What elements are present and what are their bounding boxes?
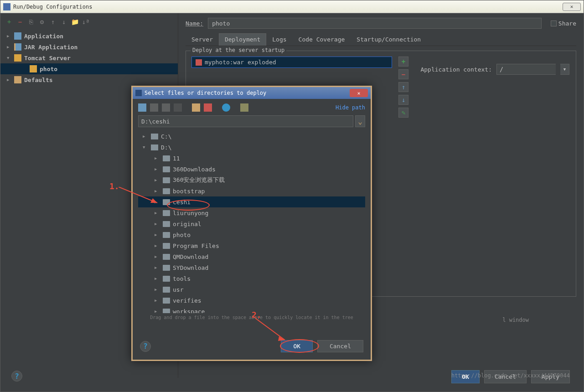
sort-icon[interactable]: ↓ª [82,18,90,26]
file-item[interactable]: ▶liurunyong [138,207,365,218]
help-button[interactable]: ? [11,371,22,382]
file-item[interactable]: ▶QMDownload [138,251,365,262]
tab-deployment[interactable]: Deployment [219,33,266,46]
down-artifact-button[interactable]: ↓ [398,95,408,105]
app-context-row: Application context: ▼ [420,64,569,75]
show-hidden-icon[interactable] [240,103,248,112]
file-item[interactable]: ▶original [138,218,365,229]
file-item[interactable]: ▼D:\ [138,142,365,153]
name-input[interactable] [208,18,542,29]
app-icon [14,32,21,40]
folder-icon [163,177,170,183]
dialog-ok-button[interactable]: OK [281,340,313,352]
file-item[interactable]: ▶ceshi [138,196,365,207]
down-icon[interactable]: ↓ [60,18,68,26]
expand-icon[interactable]: ▶ [7,34,12,38]
expand-icon[interactable]: ▶ [155,189,160,193]
dialog-cancel-button[interactable]: Cancel [317,340,363,352]
add-config-icon[interactable]: ＋ [5,18,13,26]
up-icon[interactable]: ↑ [49,18,57,26]
appctx-input[interactable] [496,64,556,75]
appctx-dropdown-icon[interactable]: ▼ [560,64,569,75]
expand-icon[interactable]: ▶ [155,200,160,204]
tab-startup-connection[interactable]: Startup/Connection [351,33,427,46]
file-item[interactable]: ▶360Downloads [138,164,365,175]
tree-item-tomcat-server[interactable]: ▼Tomcat Server [0,52,178,63]
annotation-step2: 2. [252,310,262,320]
file-label: 11 [173,155,180,162]
expand-icon[interactable]: ▶ [155,276,160,281]
folder-icon [163,232,170,238]
file-item[interactable]: ▶11 [138,153,365,164]
tab-server[interactable]: Server [186,33,219,46]
expand-icon[interactable]: ▼ [143,145,148,150]
appctx-label: Application context: [420,66,492,73]
expand-icon[interactable]: ▶ [155,156,160,160]
home-icon[interactable] [138,103,146,112]
file-label: workspace [173,308,205,314]
expand-icon[interactable]: ▶ [155,211,160,215]
artifact-label: myphoto:war exploded [205,59,276,66]
add-artifact-button[interactable]: + [398,57,408,67]
expand-icon[interactable]: ▶ [155,265,160,270]
expand-icon[interactable]: ▶ [155,254,160,259]
file-label: tools [173,275,191,282]
file-item[interactable]: ▶360安全浏览器下载 [138,175,365,186]
expand-icon[interactable]: ▶ [155,178,160,182]
file-item[interactable]: ▶photo [138,229,365,240]
remove-config-icon[interactable]: − [16,18,24,26]
expand-icon[interactable]: ▶ [155,287,160,292]
tree-item-defaults[interactable]: ▶Defaults [0,74,178,85]
expand-icon[interactable]: ▶ [7,77,12,82]
hide-path-link[interactable]: Hide path [336,104,365,111]
tab-code-coverage[interactable]: Code Coverage [293,33,351,46]
delete-icon[interactable] [204,103,212,112]
new-folder-icon[interactable] [192,103,200,112]
file-item[interactable]: ▶verifies [138,295,365,306]
file-item[interactable]: ▶C:\ [138,131,365,142]
file-item[interactable]: ▶tools [138,273,365,284]
file-item[interactable]: ▶bootstrap [138,186,365,196]
folder-icon[interactable]: 📁 [71,18,79,26]
artifact-item[interactable]: myphoto:war exploded [191,57,392,68]
file-item[interactable]: ▶Program Files [138,240,365,251]
expand-icon[interactable]: ▶ [7,45,12,49]
settings-icon[interactable]: ⚙ [38,18,46,26]
edit-artifact-button[interactable]: ✎ [398,108,408,118]
up-artifact-button[interactable]: ↑ [398,82,408,92]
expand-icon[interactable]: ▼ [7,56,12,60]
dialog-icon [135,90,142,96]
file-item[interactable]: ▶usr [138,284,365,295]
path-history-icon[interactable]: ⌄ [355,115,365,127]
module-icon[interactable] [174,103,182,112]
expand-icon[interactable]: ▶ [155,167,160,171]
folder-icon [163,254,170,260]
partial-text: l window [502,317,529,323]
share-checkbox-group[interactable]: Share [551,20,576,27]
tab-logs[interactable]: Logs [266,33,292,46]
expand-icon[interactable]: ▶ [143,134,148,139]
dialog-close-button[interactable]: ✕ [350,89,368,97]
folder-icon [163,155,170,161]
copy-config-icon[interactable]: ⎘ [27,18,35,26]
expand-icon[interactable]: ▶ [155,298,160,303]
refresh-icon[interactable] [222,103,230,112]
file-label: usr [173,286,183,293]
expand-icon[interactable]: ▶ [155,232,160,237]
desktop-icon[interactable] [150,103,158,112]
tree-item-application[interactable]: ▶Application [0,31,178,41]
folder-icon [163,166,170,172]
share-checkbox[interactable] [551,21,557,26]
dialog-help-button[interactable]: ? [140,341,151,352]
expand-icon[interactable]: ▶ [155,222,160,226]
expand-icon[interactable]: ▶ [155,243,160,248]
expand-icon[interactable]: ▶ [155,309,160,313]
path-input[interactable] [138,115,353,127]
remove-artifact-button[interactable]: − [398,69,408,79]
tree-item-photo[interactable]: photo [0,63,178,74]
close-button[interactable]: ✕ [563,3,581,11]
tab-bar: ServerDeploymentLogsCode CoverageStartup… [186,33,576,46]
file-item[interactable]: ▶SYDownload [138,262,365,273]
tree-item-jar-application[interactable]: ▶JAR Application [0,41,178,52]
project-icon[interactable] [162,103,170,112]
